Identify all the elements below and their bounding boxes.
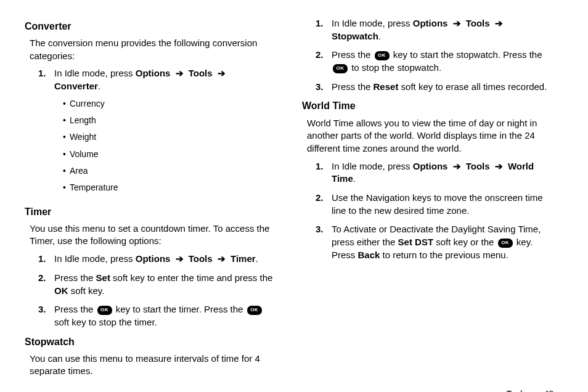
step-body: In Idle mode, press Options ➔ Tools ➔ Ti… xyxy=(54,253,276,266)
options-label: Options xyxy=(136,68,171,78)
step-number: 3. xyxy=(316,81,332,94)
back-label: Back xyxy=(358,250,380,260)
bullet-length: Length xyxy=(63,115,276,126)
t: . xyxy=(353,173,356,184)
t: In Idle mode, press xyxy=(332,161,413,171)
step-body: In Idle mode, press Options ➔ Tools ➔ Co… xyxy=(54,67,276,198)
t: In Idle mode, press xyxy=(54,68,136,78)
arrow-icon: ➔ xyxy=(176,253,184,266)
heading-timer: Timer xyxy=(25,205,276,219)
ok-key-icon: OK xyxy=(97,306,112,315)
ok-key-icon: OK xyxy=(375,51,390,60)
arrow-icon: ➔ xyxy=(495,160,503,173)
set-dst-label: Set DST xyxy=(398,237,434,247)
set-label: Set xyxy=(96,272,110,283)
world-step-1: 1. In Idle mode, press Options ➔ Tools ➔… xyxy=(316,160,553,186)
converter-steps: 1. In Idle mode, press Options ➔ Tools ➔… xyxy=(38,67,276,198)
t: Press the xyxy=(54,272,96,283)
bullet-volume: Volume xyxy=(63,149,276,160)
stopwatch-step-2: 2. Press the OK key to start the stopwat… xyxy=(316,49,553,74)
ok-key-icon: OK xyxy=(247,306,262,315)
page: Converter The conversion menu provides t… xyxy=(0,0,588,392)
options-label: Options xyxy=(413,18,448,28)
dest-label: Converter xyxy=(54,81,98,91)
step-number: 1. xyxy=(316,160,332,186)
t: key to start the stopwatch. Press the xyxy=(391,49,542,60)
columns: Converter The conversion menu provides t… xyxy=(25,17,553,383)
step-number: 3. xyxy=(316,223,332,261)
t: Press the xyxy=(332,81,374,92)
dest-label: Timer xyxy=(231,253,256,264)
t: soft key to erase all times recorded. xyxy=(398,81,547,92)
step-body: Use the Navigation keys to move the onsc… xyxy=(332,192,553,217)
world-time-steps: 1. In Idle mode, press Options ➔ Tools ➔… xyxy=(316,160,553,262)
step-body: Press the OK key to start the stopwatch.… xyxy=(332,49,553,74)
timer-step-1: 1. In Idle mode, press Options ➔ Tools ➔… xyxy=(38,253,276,266)
step-body: To Activate or Deactivate the Daylight S… xyxy=(332,223,553,261)
step-number: 3. xyxy=(38,303,54,329)
tools-label: Tools xyxy=(466,18,490,28)
timer-intro: You use this menu to set a countdown tim… xyxy=(30,223,276,248)
heading-stopwatch: Stopwatch xyxy=(25,335,276,349)
step-number: 1. xyxy=(316,17,332,43)
arrow-icon: ➔ xyxy=(495,17,503,30)
ok-key-icon: OK xyxy=(498,239,513,248)
bullet-area: Area xyxy=(63,165,276,177)
reset-label: Reset xyxy=(374,81,399,92)
step-number: 2. xyxy=(316,192,332,217)
ok-label: OK xyxy=(54,285,68,296)
t: to stop the stopwatch. xyxy=(349,62,441,73)
page-footer: Tools 48 xyxy=(25,383,553,392)
step-body: Press the Set soft key to enter the time… xyxy=(54,272,276,297)
timer-step-2: 2. Press the Set soft key to enter the t… xyxy=(38,272,276,297)
timer-steps: 1. In Idle mode, press Options ➔ Tools ➔… xyxy=(38,253,276,329)
footer-section: Tools xyxy=(507,389,527,392)
options-label: Options xyxy=(413,161,448,171)
converter-step-1: 1. In Idle mode, press Options ➔ Tools ➔… xyxy=(38,67,276,198)
step-number: 2. xyxy=(38,272,54,297)
step-body: In Idle mode, press Options ➔ Tools ➔ St… xyxy=(332,17,553,43)
t: soft key to enter the time and press the xyxy=(110,272,272,283)
converter-intro: The conversion menu provides the followi… xyxy=(30,37,276,62)
t: Press the xyxy=(54,304,96,314)
world-time-intro: World Time allows you to view the time o… xyxy=(307,117,553,155)
bullet-currency: Currency xyxy=(63,98,276,110)
arrow-icon: ➔ xyxy=(218,253,226,266)
options-label: Options xyxy=(136,253,171,264)
stopwatch-step-1: 1. In Idle mode, press Options ➔ Tools ➔… xyxy=(316,17,553,43)
t: . xyxy=(256,253,258,264)
arrow-icon: ➔ xyxy=(453,17,461,30)
t: soft key to stop the timer. xyxy=(54,317,157,327)
footer-page-number: 48 xyxy=(544,389,553,392)
right-column: 1. In Idle mode, press Options ➔ Tools ➔… xyxy=(302,17,553,383)
t: . xyxy=(378,31,381,41)
t: In Idle mode, press xyxy=(332,18,413,28)
step-body: Press the Reset soft key to erase all ti… xyxy=(332,81,553,94)
heading-converter: Converter xyxy=(25,20,276,33)
stopwatch-step-3: 3. Press the Reset soft key to erase all… xyxy=(316,81,553,94)
converter-bullets: Currency Length Weight Volume Area Tempe… xyxy=(63,98,276,194)
ok-key-icon: OK xyxy=(333,64,348,73)
timer-step-3: 3. Press the OK key to start the timer. … xyxy=(38,303,276,329)
t: soft key or the xyxy=(433,237,497,247)
bullet-temperature: Temperature xyxy=(63,182,276,194)
arrow-icon: ➔ xyxy=(453,160,461,173)
tools-label: Tools xyxy=(189,68,213,78)
t: to return to the previous menu. xyxy=(380,250,508,260)
tools-label: Tools xyxy=(466,161,490,171)
step-body: In Idle mode, press Options ➔ Tools ➔ Wo… xyxy=(332,160,553,186)
dest-label: Stopwatch xyxy=(332,31,378,41)
heading-world-time: World Time xyxy=(302,99,553,113)
step-number: 1. xyxy=(38,253,54,266)
step-body: Press the OK key to start the timer. Pre… xyxy=(54,303,276,329)
stopwatch-steps: 1. In Idle mode, press Options ➔ Tools ➔… xyxy=(316,17,553,93)
t: Press the xyxy=(332,49,374,60)
t: soft key. xyxy=(68,285,105,296)
arrow-icon: ➔ xyxy=(176,67,184,80)
bullet-weight: Weight xyxy=(63,131,276,143)
t: In Idle mode, press xyxy=(54,253,136,264)
t: . xyxy=(98,81,100,91)
tools-label: Tools xyxy=(189,253,213,264)
step-number: 1. xyxy=(38,67,54,198)
arrow-icon: ➔ xyxy=(218,67,226,80)
